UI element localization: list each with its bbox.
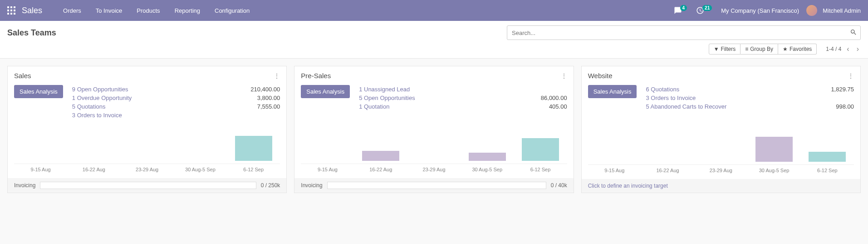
search-input[interactable]	[507, 25, 861, 40]
stats: 6 Quotations1,829.753 Orders to Invoice5…	[646, 85, 854, 111]
stat-link[interactable]: 5 Quotations	[72, 103, 106, 110]
bar-chart: 9-15 Aug16-22 Aug23-29 Aug30 Aug-5 Sep6-…	[582, 134, 860, 175]
messages-badge: 4	[680, 5, 687, 11]
bar-slot	[514, 134, 567, 161]
favorites-button[interactable]: ★Favorites	[778, 44, 817, 55]
nav-configuration[interactable]: Configuration	[208, 7, 256, 14]
invoicing-progress[interactable]	[40, 182, 256, 189]
messages-icon[interactable]: 4	[674, 6, 689, 15]
filters-button[interactable]: ▼Filters	[709, 44, 741, 55]
bar-chart: 9-15 Aug16-22 Aug23-29 Aug30 Aug-5 Sep6-…	[8, 134, 286, 174]
card-title[interactable]: Website	[588, 72, 613, 80]
pager-prev[interactable]: ‹	[845, 45, 851, 53]
svg-rect-3	[7, 10, 9, 11]
activities-icon[interactable]: 21	[696, 6, 714, 15]
stat-link[interactable]: 6 Quotations	[646, 86, 679, 93]
stat-link[interactable]: 3 Orders to Invoice	[72, 112, 122, 119]
bar-chart: 9-15 Aug16-22 Aug23-29 Aug30 Aug-5 Sep6-…	[294, 134, 573, 174]
chart-label: 23-29 Aug	[121, 167, 174, 172]
user-menu[interactable]: Mitchell Admin	[806, 5, 861, 16]
stat-row: 9 Open Opportunities210,400.00	[72, 85, 280, 94]
stat-link[interactable]: 5 Open Opportunities	[359, 95, 415, 101]
card-title[interactable]: Pre-Sales	[301, 72, 331, 80]
stat-link[interactable]: 1 Overdue Opportunity	[72, 95, 132, 101]
chart-label: 9-15 Aug	[588, 168, 641, 173]
stat-row: 1 Unassigned Lead	[359, 85, 567, 94]
stat-value: 405.00	[549, 103, 567, 110]
bar-slot	[641, 134, 694, 162]
define-target-link[interactable]: Click to define an invoicing target	[588, 183, 668, 189]
stat-link[interactable]: 1 Quotation	[359, 103, 389, 110]
stats: 9 Open Opportunities210,400.001 Overdue …	[72, 85, 280, 120]
nav-reporting[interactable]: Reporting	[168, 7, 206, 14]
invoicing-progress[interactable]	[327, 182, 546, 189]
bar-slot	[461, 134, 514, 161]
bar-slot	[227, 134, 280, 161]
bar-slot	[174, 134, 227, 161]
pager-next[interactable]: ›	[855, 45, 861, 53]
bar-slot	[588, 134, 641, 162]
stat-value: 210,400.00	[250, 86, 280, 93]
filter-buttons: ▼Filters ≡Group By ★Favorites	[709, 44, 817, 55]
stat-row: 3 Orders to Invoice	[646, 94, 854, 102]
chart-label: 9-15 Aug	[14, 167, 67, 172]
svg-rect-5	[14, 10, 15, 11]
chart-label: 30 Aug-5 Sep	[174, 167, 227, 172]
chart-label: 9-15 Aug	[301, 167, 354, 172]
company-switcher[interactable]: My Company (San Francisco)	[721, 7, 799, 14]
stat-link[interactable]: 3 Orders to Invoice	[646, 95, 696, 101]
svg-rect-1	[10, 6, 12, 8]
groupby-button[interactable]: ≡Group By	[740, 44, 778, 55]
nav-to-invoice[interactable]: To Invoice	[89, 7, 129, 14]
chart-label: 6-12 Sep	[801, 168, 854, 173]
invoicing-label: Invoicing	[301, 182, 322, 189]
topbar-left: Sales Orders To Invoice Products Reporti…	[7, 6, 256, 15]
stat-link[interactable]: 1 Unassigned Lead	[359, 86, 410, 93]
sales-analysis-button[interactable]: Sales Analysis	[588, 85, 637, 98]
nav-products[interactable]: Products	[130, 7, 166, 14]
stat-value: 1,829.75	[831, 86, 854, 93]
svg-rect-8	[14, 13, 15, 15]
card-footer: Click to define an invoicing target	[582, 179, 860, 193]
kebab-icon[interactable]: ⋮	[274, 72, 280, 80]
topbar-right: 4 21 My Company (San Francisco) Mitchell…	[674, 5, 861, 16]
invoicing-label: Invoicing	[14, 182, 35, 189]
stat-row: 1 Quotation405.00	[359, 102, 567, 111]
search-wrap	[507, 25, 861, 40]
star-icon: ★	[783, 46, 788, 52]
card-footer: Invoicing0 / 40k	[294, 178, 573, 193]
stat-value: 998.00	[836, 103, 854, 110]
card-title[interactable]: Sales	[14, 72, 31, 80]
card-footer: Invoicing0 / 250k	[8, 178, 286, 193]
chart-label: 23-29 Aug	[694, 168, 747, 173]
search-icon[interactable]	[850, 29, 857, 37]
stat-row: 5 Open Opportunities86,000.00	[359, 94, 567, 102]
page-title: Sales Teams	[7, 28, 56, 38]
stat-link[interactable]: 9 Open Opportunities	[72, 86, 128, 93]
sales-analysis-button[interactable]: Sales Analysis	[14, 85, 63, 98]
stat-value: 7,555.00	[257, 103, 280, 110]
pager: 1-4 / 4 ‹ ›	[817, 45, 861, 53]
control-panel: Sales Teams ▼Filters ≡Group By ★Favorite…	[0, 21, 868, 59]
bar-slot	[354, 134, 407, 161]
bar-slot	[301, 134, 354, 161]
stat-value: 86,000.00	[541, 95, 567, 101]
svg-rect-6	[7, 13, 9, 15]
invoicing-value: 0 / 250k	[261, 182, 280, 189]
bar-slot	[801, 134, 854, 162]
topbar: Sales Orders To Invoice Products Reporti…	[0, 0, 868, 21]
app-title[interactable]: Sales	[22, 6, 42, 15]
stat-link[interactable]: 5 Abandoned Carts to Recover	[646, 103, 726, 110]
svg-rect-4	[10, 10, 12, 11]
chart-label: 30 Aug-5 Sep	[461, 167, 514, 172]
apps-icon[interactable]	[7, 6, 15, 15]
user-name: Mitchell Admin	[823, 7, 861, 14]
nav-orders[interactable]: Orders	[57, 7, 88, 14]
kebab-icon[interactable]: ⋮	[848, 72, 854, 80]
svg-rect-2	[14, 6, 15, 8]
kebab-icon[interactable]: ⋮	[561, 72, 567, 80]
chart-label: 16-22 Aug	[354, 167, 407, 172]
sales-analysis-button[interactable]: Sales Analysis	[301, 85, 350, 98]
stat-row: 5 Abandoned Carts to Recover998.00	[646, 102, 854, 111]
bar-slot	[407, 134, 461, 161]
